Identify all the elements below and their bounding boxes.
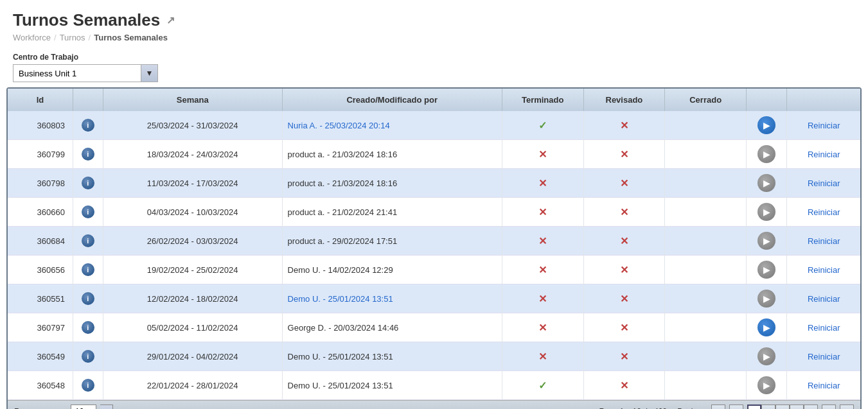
- page-next-btn[interactable]: ▶: [822, 405, 836, 409]
- action-arrow-button[interactable]: ▶: [757, 347, 775, 365]
- cell-terminado: ✕: [502, 284, 583, 313]
- page-numbers: 12345: [747, 405, 818, 409]
- action-arrow-button[interactable]: ▶: [757, 290, 775, 308]
- page-last-btn[interactable]: ▶▶: [840, 405, 854, 409]
- cell-terminado: ✓: [502, 371, 583, 400]
- cell-info: i: [73, 227, 103, 256]
- table-row: 360551i12/02/2024 - 18/02/2024Demo U. - …: [8, 284, 860, 313]
- x-icon: ✕: [620, 120, 628, 131]
- page-title-area: Turnos Semanales ↗: [13, 10, 855, 30]
- cell-action: ▶: [747, 198, 787, 227]
- cell-id: 360799: [8, 140, 73, 169]
- page-num-3[interactable]: 3: [775, 405, 790, 409]
- table-row: 360798i11/03/2024 - 17/03/2024product a.…: [8, 169, 860, 198]
- table-row: 360549i29/01/2024 - 04/02/2024Demo U. - …: [8, 342, 860, 371]
- cell-info: i: [73, 371, 103, 400]
- cell-action: ▶: [747, 256, 787, 284]
- info-button[interactable]: i: [82, 148, 94, 161]
- action-arrow-button[interactable]: ▶: [757, 203, 775, 221]
- centro-trabajo-dropdown[interactable]: ▼: [141, 64, 158, 82]
- reiniciar-link[interactable]: Reiniciar: [808, 294, 840, 304]
- action-arrow-button[interactable]: ▶: [757, 174, 775, 192]
- page-prev-btn[interactable]: ◀: [729, 405, 743, 409]
- regs-dropdown[interactable]: ▼: [100, 405, 113, 409]
- table-row: 360656i19/02/2024 - 25/02/2024Demo U. - …: [8, 256, 860, 284]
- x-icon: ✕: [538, 351, 547, 362]
- cell-revisado: ✕: [583, 342, 665, 371]
- action-arrow-button[interactable]: ▶: [757, 232, 775, 250]
- cell-id: 360660: [8, 198, 73, 227]
- nuevo-link[interactable]: Nuevo: [563, 407, 589, 410]
- table-container: Id Semana Creado/Modificado por Terminad…: [6, 87, 862, 409]
- reiniciar-link[interactable]: Reiniciar: [808, 121, 840, 130]
- info-button[interactable]: i: [82, 177, 94, 189]
- cell-terminado: ✕: [502, 227, 583, 256]
- x-icon: ✕: [538, 236, 547, 247]
- cell-semana: 29/01/2024 - 04/02/2024: [103, 342, 282, 371]
- reiniciar-link[interactable]: Reiniciar: [808, 265, 840, 275]
- cell-id: 360797: [8, 313, 73, 342]
- table-body: 360803i25/03/2024 - 31/03/2024Nuria A. -…: [8, 111, 860, 400]
- cell-info: i: [73, 342, 103, 371]
- cell-creado: Demo U. - 25/01/2024 13:51: [282, 342, 502, 371]
- reiniciar-link[interactable]: Reiniciar: [808, 236, 840, 246]
- info-button[interactable]: i: [82, 379, 94, 392]
- page-num-4[interactable]: 4: [790, 405, 804, 409]
- x-icon: ✕: [620, 380, 628, 391]
- page-first-btn[interactable]: ◀◀: [711, 405, 725, 409]
- x-icon: ✕: [620, 351, 628, 362]
- page-num-5[interactable]: 5: [804, 405, 818, 409]
- x-icon: ✕: [620, 236, 628, 247]
- reiniciar-link[interactable]: Reiniciar: [808, 352, 840, 361]
- reiniciar-link[interactable]: Reiniciar: [808, 150, 840, 159]
- cell-revisado: ✕: [583, 284, 665, 313]
- x-icon: ✕: [620, 207, 628, 218]
- cell-revisado: ✕: [583, 313, 665, 342]
- breadcrumb-part2[interactable]: Turnos: [60, 33, 85, 42]
- col-action2: [787, 89, 860, 111]
- action-arrow-button[interactable]: ▶: [757, 145, 775, 163]
- info-button[interactable]: i: [82, 350, 94, 363]
- action-arrow-button[interactable]: ▶: [757, 376, 775, 394]
- page-header: Turnos Semanales ↗ Workforce / Turnos / …: [0, 0, 868, 45]
- regs-per-page-input[interactable]: [71, 405, 96, 409]
- centro-trabajo-input[interactable]: [13, 64, 141, 82]
- cell-creado[interactable]: Nuria A. - 25/03/2024 20:14: [282, 111, 502, 140]
- info-button[interactable]: i: [82, 205, 94, 218]
- info-button[interactable]: i: [82, 119, 94, 132]
- expand-icon[interactable]: ↗: [166, 14, 175, 26]
- cell-semana: 26/02/2024 - 03/03/2024: [103, 227, 282, 256]
- cell-terminado: ✕: [502, 342, 583, 371]
- x-icon: ✕: [538, 322, 547, 333]
- table-header-row: Id Semana Creado/Modificado por Terminad…: [8, 89, 860, 111]
- reiniciar-link[interactable]: Reiniciar: [808, 178, 840, 188]
- check-icon: ✓: [538, 380, 547, 391]
- col-semana: Semana: [103, 89, 282, 111]
- cell-cerrado: [665, 284, 747, 313]
- table-row: 360799i18/03/2024 - 24/03/2024product a.…: [8, 140, 860, 169]
- page-num-2[interactable]: 2: [761, 405, 775, 409]
- info-button[interactable]: i: [82, 234, 94, 247]
- action-arrow-button[interactable]: ▶: [757, 318, 775, 336]
- cell-cerrado: [665, 313, 747, 342]
- reiniciar-link[interactable]: Reiniciar: [808, 381, 840, 390]
- breadcrumb-part1[interactable]: Workforce: [13, 33, 51, 42]
- cell-reiniciar: Reiniciar: [787, 227, 860, 256]
- cell-terminado: ✓: [502, 111, 583, 140]
- reiniciar-link[interactable]: Reiniciar: [808, 207, 840, 217]
- action-arrow-button[interactable]: ▶: [757, 261, 775, 279]
- info-button[interactable]: i: [82, 263, 94, 276]
- cell-creado: Demo U. - 14/02/2024 12:29: [282, 256, 502, 284]
- action-arrow-button[interactable]: ▶: [757, 116, 775, 134]
- info-button[interactable]: i: [82, 292, 94, 305]
- cell-semana: 19/02/2024 - 25/02/2024: [103, 256, 282, 284]
- cell-creado: Demo U. - 25/01/2024 13:51: [282, 371, 502, 400]
- cell-creado[interactable]: Demo U. - 25/01/2024 13:51: [282, 284, 502, 313]
- reiniciar-link[interactable]: Reiniciar: [808, 323, 840, 333]
- x-icon: ✕: [620, 149, 628, 160]
- x-icon: ✕: [538, 207, 547, 218]
- info-button[interactable]: i: [82, 321, 94, 334]
- page-num-1[interactable]: 1: [747, 405, 761, 409]
- cell-revisado: ✕: [583, 140, 665, 169]
- filter-select-wrap: ▼: [13, 64, 855, 82]
